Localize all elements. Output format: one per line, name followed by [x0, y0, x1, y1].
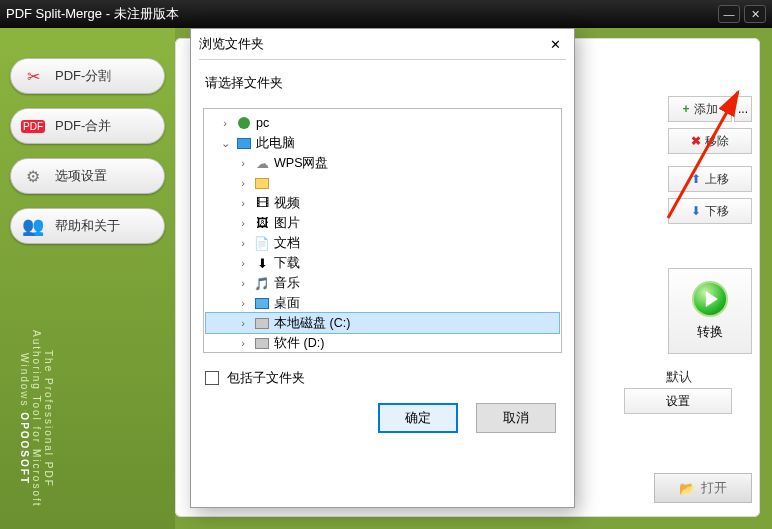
expand-icon[interactable]: ⌄	[218, 137, 232, 150]
tree-node-label: 下载	[274, 255, 300, 272]
tree-node[interactable]: ›pc	[206, 113, 559, 133]
desktop-icon	[254, 295, 270, 311]
browse-folder-dialog: 浏览文件夹 ✕ 请选择文件夹 ›pc⌄此电脑›☁WPS网盘››🎞视频›🖼图片›📄…	[190, 28, 575, 508]
tree-node-label: 本地磁盘 (C:)	[274, 315, 350, 332]
tree-node[interactable]: ›本地磁盘 (C:)	[206, 313, 559, 333]
monitor-icon	[236, 135, 252, 151]
sidebar-item-label: 选项设置	[55, 167, 107, 185]
sidebar-item-split[interactable]: ✂ PDF-分割	[10, 58, 165, 94]
sidebar-item-label: PDF-分割	[55, 67, 111, 85]
sidebar-item-label: PDF-合并	[55, 117, 111, 135]
tree-node-label: WPS网盘	[274, 155, 328, 172]
folder-tree[interactable]: ›pc⌄此电脑›☁WPS网盘››🎞视频›🖼图片›📄文档›⬇下载›🎵音乐›桌面›本…	[203, 108, 562, 353]
expand-icon[interactable]: ›	[236, 157, 250, 169]
cancel-button[interactable]: 取消	[476, 403, 556, 433]
gear-icon: ⚙	[21, 164, 45, 188]
add-more-button[interactable]: ...	[734, 96, 752, 122]
tree-node[interactable]: ›软件 (D:)	[206, 333, 559, 353]
expand-icon[interactable]: ›	[218, 117, 232, 129]
dialog-title: 浏览文件夹	[199, 35, 544, 53]
disk-icon	[254, 335, 270, 351]
user-icon	[236, 115, 252, 131]
titlebar: PDF Split-Merge - 未注册版本 — ✕	[0, 0, 772, 28]
tree-node-label: 文档	[274, 235, 300, 252]
sidebar: ✂ PDF-分割 PDF PDF-合并 ⚙ 选项设置 👥 帮助和关于 The P…	[0, 28, 175, 529]
sidebar-item-merge[interactable]: PDF PDF-合并	[10, 108, 165, 144]
play-icon	[692, 281, 728, 317]
dialog-titlebar: 浏览文件夹 ✕	[191, 29, 574, 59]
tree-node[interactable]: ›	[206, 173, 559, 193]
tree-node-label: 图片	[274, 215, 300, 232]
tree-node[interactable]: ›📄文档	[206, 233, 559, 253]
add-button[interactable]: + 添加	[668, 96, 732, 122]
sidebar-item-help[interactable]: 👥 帮助和关于	[10, 208, 165, 244]
cloud-icon: ☁	[254, 155, 270, 171]
minimize-button[interactable]: —	[718, 5, 740, 23]
move-down-button[interactable]: ⬇ 下移	[668, 198, 752, 224]
arrow-up-icon: ⬆	[691, 172, 701, 186]
dialog-close-button[interactable]: ✕	[544, 33, 566, 55]
open-button[interactable]: 📂 打开	[654, 473, 752, 503]
tree-node-label: pc	[256, 116, 269, 130]
dialog-footer: 确定 取消	[191, 391, 574, 449]
convert-button[interactable]: 转换	[668, 268, 752, 354]
arrow-down-icon: ⬇	[691, 204, 701, 218]
scissors-icon: ✂	[21, 64, 45, 88]
sidebar-branding: The Professional PDF Authoring Tool for …	[18, 319, 54, 519]
expand-icon[interactable]: ›	[236, 317, 250, 329]
dialog-prompt: 请选择文件夹	[191, 60, 574, 100]
expand-icon[interactable]: ›	[236, 217, 250, 229]
window-title: PDF Split-Merge - 未注册版本	[6, 5, 714, 23]
close-button[interactable]: ✕	[744, 5, 766, 23]
expand-icon[interactable]: ›	[236, 177, 250, 189]
x-icon: ✖	[691, 134, 701, 148]
merge-icon: PDF	[21, 114, 45, 138]
plus-icon: +	[682, 102, 689, 116]
tree-node[interactable]: ›🎞视频	[206, 193, 559, 213]
folder-icon	[254, 175, 270, 191]
settings-button[interactable]: 设置	[624, 388, 732, 414]
sidebar-item-options[interactable]: ⚙ 选项设置	[10, 158, 165, 194]
include-subfolders-row[interactable]: 包括子文件夹	[191, 353, 574, 391]
folder-icon: 📂	[679, 481, 695, 496]
remove-button[interactable]: ✖ 移除	[668, 128, 752, 154]
tree-node-label: 视频	[274, 195, 300, 212]
disk-icon	[254, 315, 270, 331]
expand-icon[interactable]: ›	[236, 337, 250, 349]
tree-node[interactable]: ›🖼图片	[206, 213, 559, 233]
sidebar-item-label: 帮助和关于	[55, 217, 120, 235]
doc-icon: 📄	[254, 235, 270, 251]
download-icon: ⬇	[254, 255, 270, 271]
checkbox-icon[interactable]	[205, 371, 219, 385]
tree-node-label: 音乐	[274, 275, 300, 292]
include-subfolders-label: 包括子文件夹	[227, 369, 305, 387]
expand-icon[interactable]: ›	[236, 257, 250, 269]
default-label: 默认	[666, 368, 692, 386]
expand-icon[interactable]: ›	[236, 237, 250, 249]
tree-node[interactable]: ›桌面	[206, 293, 559, 313]
tree-node[interactable]: ›☁WPS网盘	[206, 153, 559, 173]
music-icon: 🎵	[254, 275, 270, 291]
expand-icon[interactable]: ›	[236, 297, 250, 309]
expand-icon[interactable]: ›	[236, 277, 250, 289]
tree-node[interactable]: ›🎵音乐	[206, 273, 559, 293]
expand-icon[interactable]: ›	[236, 197, 250, 209]
help-icon: 👥	[21, 214, 45, 238]
tree-node[interactable]: ⌄此电脑	[206, 133, 559, 153]
ok-button[interactable]: 确定	[378, 403, 458, 433]
video-icon: 🎞	[254, 195, 270, 211]
image-icon: 🖼	[254, 215, 270, 231]
move-up-button[interactable]: ⬆ 上移	[668, 166, 752, 192]
tree-node[interactable]: ›⬇下载	[206, 253, 559, 273]
tree-node-label: 软件 (D:)	[274, 335, 324, 352]
tree-node-label: 桌面	[274, 295, 300, 312]
tree-node-label: 此电脑	[256, 135, 295, 152]
